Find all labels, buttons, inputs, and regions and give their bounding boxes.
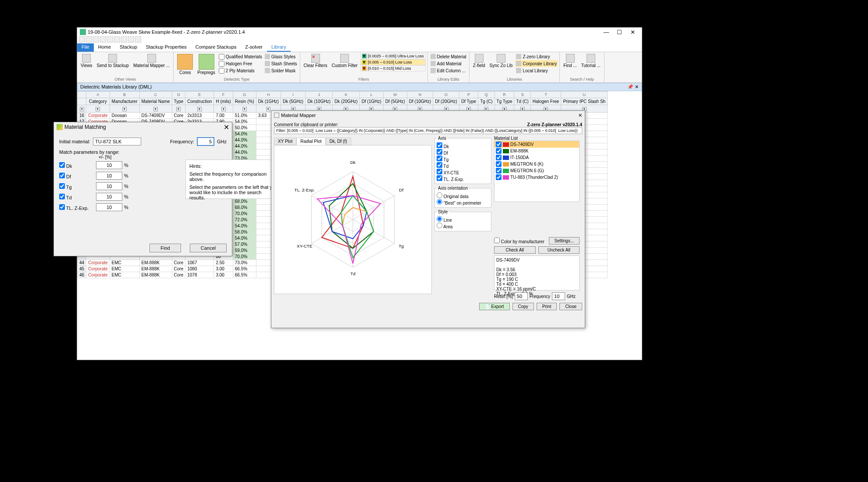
- style-panel: Style Line Area: [434, 209, 491, 231]
- color-by-mfr-check[interactable]: Color by manufacturer: [494, 237, 544, 244]
- tutorial-button[interactable]: Tutorial ...: [580, 53, 602, 77]
- add-material-button[interactable]: Add Material: [430, 60, 467, 67]
- qat-btn[interactable]: [135, 36, 141, 43]
- axis-check-Tg[interactable]: Tg: [437, 157, 448, 162]
- style-line[interactable]: Line: [437, 218, 452, 223]
- panel-pin-icon[interactable]: 📌 ✕: [627, 84, 639, 90]
- axis-check-TL. Z-Exp.[interactable]: TL. Z-Exp.: [437, 177, 464, 182]
- qat-btn[interactable]: [93, 36, 99, 43]
- sync-zo-lib-button[interactable]: Sync Zo Lib: [488, 53, 515, 77]
- param-Dk-input[interactable]: [96, 161, 122, 169]
- cores-button[interactable]: Cores: [175, 53, 195, 77]
- frequency-input[interactable]: [197, 137, 214, 146]
- window-title: 19-08-04-Glass Weave Skew Example-fixed …: [88, 29, 245, 35]
- svg-text:Dk: Dk: [350, 160, 356, 165]
- material-mapper-button[interactable]: Material Mapper ...: [132, 53, 171, 77]
- axis-check-Df[interactable]: Df: [437, 151, 448, 156]
- uncheck-all-button[interactable]: Uncheck All: [538, 246, 580, 254]
- custom-filter-button[interactable]: Custom Filter: [330, 53, 359, 77]
- qat-btn[interactable]: [114, 36, 120, 43]
- prepregs-button[interactable]: Prepregs: [196, 53, 217, 77]
- local-library-button[interactable]: Local Library: [515, 67, 558, 74]
- send-to-stackup-button[interactable]: Send to Stackup: [95, 53, 131, 77]
- close-button[interactable]: ✕: [626, 29, 639, 35]
- orient-best[interactable]: "Best" on perimeter: [437, 201, 481, 206]
- qat-btn[interactable]: [79, 36, 85, 43]
- clear-filters-button[interactable]: ✕Clear Filters: [302, 53, 329, 77]
- glass-styles-button[interactable]: Glass Styles: [264, 53, 298, 60]
- tab-library[interactable]: Library: [267, 43, 291, 52]
- frequency-label: Frequency:: [170, 139, 194, 144]
- mapper-close-button[interactable]: ✕: [578, 113, 582, 118]
- filter-text-input[interactable]: [274, 127, 582, 134]
- edit-column-button[interactable]: Edit Column ...: [430, 67, 467, 74]
- material-item[interactable]: MEGTRON 6 (G): [494, 167, 579, 174]
- material-item[interactable]: EM-888K: [494, 148, 579, 154]
- mapper-close-button[interactable]: Close: [559, 303, 582, 310]
- param-Df-input[interactable]: [96, 172, 122, 180]
- param-Tg[interactable]: Tg: [59, 183, 94, 190]
- tab-zsolver[interactable]: Z-solver: [241, 43, 267, 52]
- axis-check-XY-CTE[interactable]: XY-CTE: [437, 170, 459, 175]
- corporate-library-button[interactable]: Corporate Library: [515, 60, 558, 67]
- check-all-button[interactable]: Check All: [494, 246, 536, 254]
- orient-original[interactable]: Original data: [437, 194, 468, 199]
- solder-mask-button[interactable]: Solder Mask: [264, 67, 298, 74]
- initial-material-input[interactable]: [93, 138, 141, 145]
- tab-dk-df[interactable]: Dk, Df (f): [326, 138, 351, 145]
- qat-btn[interactable]: [100, 36, 106, 43]
- style-area[interactable]: Area: [437, 224, 452, 229]
- find-button[interactable]: Find ...: [562, 53, 579, 77]
- tab-xy-plot[interactable]: XY Plot: [274, 138, 296, 145]
- resin-input[interactable]: [515, 292, 528, 300]
- tab-stackup-properties[interactable]: Stackup Properties: [142, 43, 191, 52]
- material-info-box: DS-7409DV Dk = 3.56Df = 0.003Tg = 190 CT…: [494, 255, 580, 291]
- param-Df[interactable]: Df: [59, 173, 94, 179]
- export-button[interactable]: 📄 Export: [479, 303, 510, 310]
- param-Td[interactable]: Td: [59, 194, 94, 200]
- tab-home[interactable]: Home: [94, 43, 115, 52]
- find-button[interactable]: Find: [149, 244, 181, 252]
- minimize-button[interactable]: —: [600, 29, 613, 35]
- dialog-close-button[interactable]: ✕: [224, 123, 229, 131]
- tab-compare-stackups[interactable]: Compare Stackups: [191, 43, 241, 52]
- tab-file[interactable]: File: [77, 43, 94, 52]
- mapper-frequency-input[interactable]: [552, 292, 565, 300]
- axis-check-Td[interactable]: Td: [437, 164, 448, 169]
- axis-check-Dk[interactable]: Dk: [437, 144, 449, 149]
- qat-btn[interactable]: [128, 36, 134, 43]
- settings-button[interactable]: Settings...: [549, 237, 580, 245]
- zfield-button[interactable]: Z-field: [471, 53, 487, 77]
- cancel-button[interactable]: Cancel: [190, 244, 227, 252]
- material-item[interactable]: IT-150DA: [494, 154, 579, 161]
- qualified-materials-check[interactable]: Qualified Materials: [218, 53, 263, 60]
- zzero-library-button[interactable]: Z-zero Library: [515, 53, 558, 60]
- material-list[interactable]: DS-7409DVEM-888KIT-150DAMEGTRON 6 (K)MEG…: [494, 141, 580, 202]
- material-item[interactable]: MEGTRON 6 (K): [494, 161, 579, 167]
- print-button[interactable]: Print: [537, 303, 557, 310]
- filter-low-loss[interactable]: ▼[0.005 – 0.010] Low Loss: [360, 59, 426, 65]
- param-TL. Z-Exp.-input[interactable]: [96, 203, 122, 211]
- tab-stackup[interactable]: Stackup: [115, 43, 142, 52]
- qat-btn[interactable]: [107, 36, 113, 43]
- halogen-free-check[interactable]: Halogen Free: [218, 60, 263, 67]
- filter-ultra-low-loss[interactable]: ▼[0.0025 – 0.005] Ultra-Low Loss: [360, 53, 426, 59]
- tab-radial-plot[interactable]: Radial Plot: [296, 138, 325, 145]
- filter-mid-loss[interactable]: ▼[0.010 – 0.015] Mid Loss: [360, 65, 426, 71]
- qat-btn[interactable]: [121, 36, 127, 43]
- delete-material-button[interactable]: Delete Material: [430, 53, 467, 60]
- qat-btn[interactable]: [86, 36, 92, 43]
- copy-button[interactable]: Copy: [512, 303, 534, 310]
- maximize-button[interactable]: ☐: [613, 29, 626, 35]
- param-Dk[interactable]: Dk: [59, 162, 94, 169]
- material-item[interactable]: DS-7409DV: [494, 141, 579, 148]
- param-Td-input[interactable]: [96, 193, 122, 201]
- views-button[interactable]: Views: [79, 53, 94, 77]
- dml-panel-header: Dielectric Materials Library (DML) 📌 ✕: [77, 83, 642, 91]
- initial-material-label: Initial material:: [59, 139, 90, 144]
- material-item[interactable]: TU-883 (ThunderClad 2): [494, 174, 579, 181]
- param-TL. Z-Exp.[interactable]: TL. Z-Exp.: [59, 204, 94, 211]
- slash-sheets-button[interactable]: Slash Sheets: [264, 60, 298, 67]
- two-ply-check[interactable]: 2 Ply Materials: [218, 67, 263, 74]
- param-Tg-input[interactable]: [96, 182, 122, 190]
